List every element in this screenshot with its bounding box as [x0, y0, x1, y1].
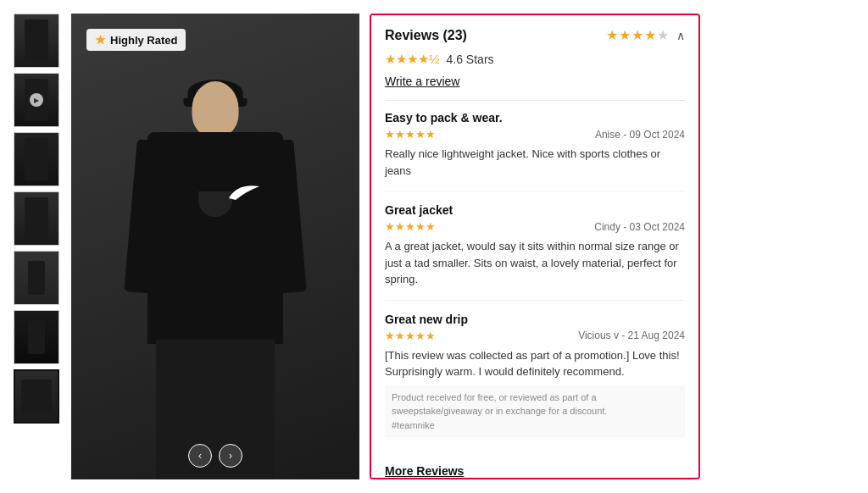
review-disclaimer-3: Product received for free, or reviewed a…	[385, 385, 685, 438]
badge-label: Highly Rated	[110, 34, 177, 47]
reviews-panel: Reviews (23) ★★★★★ ∧ ★★★★½ 4.6 Stars Wri…	[370, 14, 700, 479]
nike-swoosh-icon	[229, 183, 259, 203]
review-item-3: Great new drip ★★★★★ Vicious v - 21 Aug …	[385, 313, 685, 450]
play-icon: ▶	[30, 93, 43, 107]
page-container: ▶ ★ Highly Rated	[0, 0, 868, 493]
review-body-2: A a great jacket, would say it sits with…	[385, 238, 685, 288]
thumbnail-6[interactable]	[14, 310, 59, 364]
image-nav-arrows: ‹ ›	[188, 444, 242, 468]
thumbnail-5[interactable]	[14, 251, 59, 305]
thumbnail-2[interactable]: ▶	[14, 73, 59, 127]
badge-star-icon: ★	[95, 33, 106, 47]
product-model	[122, 73, 309, 479]
review-title-2: Great jacket	[385, 203, 685, 217]
review-author-date-3: Vicious v - 21 Aug 2024	[578, 330, 685, 341]
jacket-collar	[198, 191, 232, 217]
reviews-header: Reviews (23) ★★★★★ ∧	[385, 27, 685, 43]
review-stars-1: ★★★★★	[385, 128, 436, 141]
review-item-2: Great jacket ★★★★★ Cindy - 03 Oct 2024 A…	[385, 203, 685, 301]
more-reviews-link[interactable]: More Reviews	[385, 464, 464, 478]
collapse-reviews-button[interactable]: ∧	[676, 29, 685, 42]
thumbnail-1[interactable]	[14, 14, 59, 68]
review-title-1: Easy to pack & wear.	[385, 111, 685, 125]
divider-1	[385, 100, 685, 101]
next-arrow-button[interactable]: ›	[219, 444, 242, 468]
overall-rating-row: ★★★★½ 4.6 Stars	[385, 52, 685, 67]
highly-rated-badge: ★ Highly Rated	[86, 29, 186, 51]
review-author-date-2: Cindy - 03 Oct 2024	[594, 221, 685, 233]
review-stars-3: ★★★★★	[385, 330, 436, 342]
reviews-title: Reviews (23)	[385, 28, 467, 43]
overall-stars-display: ★★★★★	[606, 27, 670, 43]
review-body-1: Really nice lightweight jacket. Nice wit…	[385, 146, 685, 179]
thumbnail-7[interactable]	[14, 369, 59, 424]
main-product-image: ★ Highly Rated	[71, 14, 359, 479]
thumbnail-strip: ▶	[14, 14, 61, 479]
model-head	[192, 81, 239, 136]
review-stars-2: ★★★★★	[385, 220, 436, 233]
review-author-date-1: Anise - 09 Oct 2024	[595, 129, 685, 141]
thumbnail-3[interactable]	[14, 132, 59, 186]
review-meta-2: ★★★★★ Cindy - 03 Oct 2024	[385, 220, 685, 233]
thumbnail-4[interactable]	[14, 191, 59, 246]
overall-rating-text: 4.6 Stars	[447, 53, 494, 66]
review-body-3: [This review was collected as part of a …	[385, 347, 685, 380]
write-review-link[interactable]: Write a review	[385, 75, 459, 88]
review-meta-3: ★★★★★ Vicious v - 21 Aug 2024	[385, 330, 685, 342]
prev-arrow-button[interactable]: ‹	[188, 444, 212, 468]
review-title-3: Great new drip	[385, 313, 685, 326]
overall-stars-icon: ★★★★½	[385, 52, 440, 67]
review-meta-1: ★★★★★ Anise - 09 Oct 2024	[385, 128, 685, 141]
review-item-1: Easy to pack & wear. ★★★★★ Anise - 09 Oc…	[385, 111, 685, 191]
jacket-body	[147, 132, 283, 344]
reviews-header-right: ★★★★★ ∧	[606, 27, 685, 43]
